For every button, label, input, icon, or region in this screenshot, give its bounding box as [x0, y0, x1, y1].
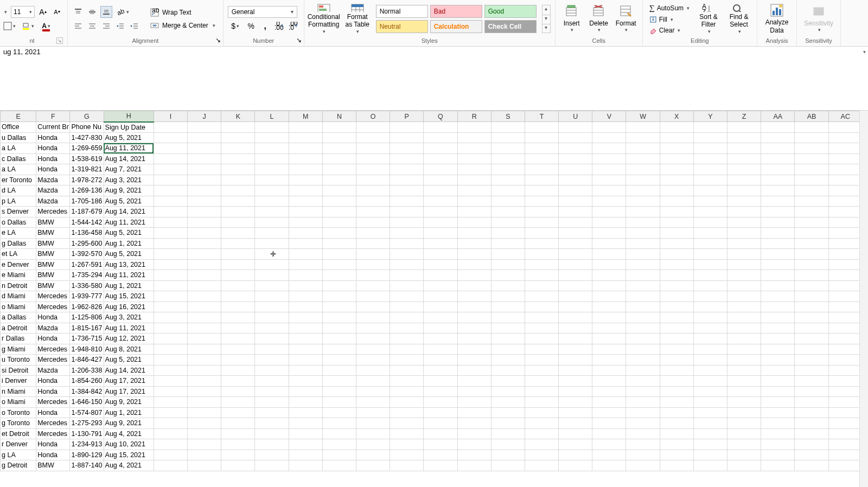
cell[interactable]: [356, 238, 390, 249]
cell[interactable]: [188, 418, 221, 429]
cell[interactable]: [559, 153, 592, 164]
cell[interactable]: Aug 1, 2021: [104, 238, 154, 249]
cell[interactable]: [188, 280, 221, 291]
cell[interactable]: [693, 302, 727, 312]
cell[interactable]: 1-295-600: [70, 238, 104, 249]
cell[interactable]: Aug 17, 2021: [104, 376, 154, 387]
conditional-formatting-button[interactable]: Conditional Formatting ▾: [309, 2, 339, 36]
cell[interactable]: [761, 302, 795, 312]
cell[interactable]: [390, 207, 424, 217]
align-right-button[interactable]: [100, 20, 112, 32]
cell[interactable]: [559, 249, 592, 260]
cell[interactable]: [626, 153, 660, 164]
cell[interactable]: [828, 386, 859, 397]
cell[interactable]: [592, 270, 626, 281]
cell[interactable]: [390, 386, 424, 397]
fill-color-button[interactable]: ▾: [20, 20, 36, 32]
cell[interactable]: [154, 376, 187, 387]
cell[interactable]: [660, 259, 693, 270]
cell[interactable]: [626, 418, 660, 429]
cell[interactable]: [660, 450, 693, 460]
cell[interactable]: [525, 439, 558, 450]
cell[interactable]: [188, 217, 221, 228]
cell[interactable]: [592, 355, 626, 366]
cell[interactable]: [626, 386, 660, 397]
cell[interactable]: si Detroit: [1, 365, 36, 376]
cell[interactable]: [255, 164, 289, 175]
cell[interactable]: Mazda: [36, 365, 70, 376]
cell[interactable]: [356, 217, 390, 228]
cell[interactable]: [322, 207, 356, 217]
cell[interactable]: [828, 175, 859, 185]
cell[interactable]: er Toronto: [1, 175, 36, 185]
cell[interactable]: [828, 207, 859, 217]
cell[interactable]: [390, 185, 424, 196]
decrease-decimal-button[interactable]: .00.0: [288, 20, 299, 32]
cell[interactable]: [660, 249, 693, 260]
cell[interactable]: [322, 228, 356, 239]
cell[interactable]: [795, 270, 828, 281]
cell[interactable]: [828, 164, 859, 175]
cell[interactable]: 1-962-826: [70, 302, 104, 312]
cell[interactable]: [559, 460, 592, 471]
cell[interactable]: [289, 323, 322, 334]
cell[interactable]: [390, 460, 424, 471]
cell[interactable]: [693, 270, 727, 281]
cell[interactable]: [154, 323, 187, 334]
number-dialog-launcher[interactable]: ↘: [296, 36, 302, 44]
cell[interactable]: [424, 259, 457, 270]
cell[interactable]: [356, 386, 390, 397]
cell[interactable]: [693, 217, 727, 228]
cell[interactable]: e Miami: [1, 270, 36, 281]
cell[interactable]: [255, 323, 289, 334]
cell[interactable]: [828, 280, 859, 291]
cell[interactable]: [154, 270, 187, 281]
cell[interactable]: s Denver: [1, 207, 36, 217]
cell[interactable]: [592, 207, 626, 217]
cell[interactable]: [356, 207, 390, 217]
cell[interactable]: [390, 407, 424, 418]
cell[interactable]: [390, 153, 424, 164]
cell[interactable]: [795, 355, 828, 366]
cell[interactable]: [525, 238, 558, 249]
cell[interactable]: [592, 439, 626, 450]
cell[interactable]: [289, 122, 322, 133]
cell[interactable]: [761, 439, 795, 450]
cell[interactable]: [188, 344, 221, 355]
cell[interactable]: Mercedes: [36, 302, 70, 312]
cell[interactable]: [693, 386, 727, 397]
cell[interactable]: [727, 175, 761, 185]
cell[interactable]: Aug 14, 2021: [104, 365, 154, 376]
cell[interactable]: [626, 439, 660, 450]
cell[interactable]: [828, 228, 859, 239]
cell[interactable]: [188, 323, 221, 334]
cell[interactable]: n Detroit: [1, 280, 36, 291]
cell[interactable]: [795, 122, 828, 133]
cell[interactable]: [525, 344, 558, 355]
cell[interactable]: [660, 291, 693, 302]
cell[interactable]: Aug 4, 2021: [104, 460, 154, 471]
cell[interactable]: [660, 355, 693, 366]
cell[interactable]: [761, 238, 795, 249]
delete-cells-button[interactable]: Delete▾: [587, 2, 611, 36]
cell[interactable]: [390, 122, 424, 133]
styles-expand[interactable]: ▾: [542, 24, 550, 33]
cell[interactable]: [491, 280, 525, 291]
cell[interactable]: [693, 196, 727, 207]
cell[interactable]: [626, 376, 660, 387]
cell[interactable]: [660, 280, 693, 291]
cell[interactable]: [221, 312, 255, 323]
cell[interactable]: [727, 407, 761, 418]
cell[interactable]: [188, 312, 221, 323]
cell[interactable]: [289, 270, 322, 281]
cell[interactable]: [525, 460, 558, 471]
cell[interactable]: [525, 164, 558, 175]
cell[interactable]: [289, 185, 322, 196]
cell[interactable]: [828, 344, 859, 355]
cell[interactable]: [828, 397, 859, 408]
cell[interactable]: [289, 132, 322, 143]
cell[interactable]: [828, 270, 859, 281]
cell[interactable]: Mercedes: [36, 397, 70, 408]
cell[interactable]: [356, 450, 390, 460]
cell[interactable]: [795, 280, 828, 291]
